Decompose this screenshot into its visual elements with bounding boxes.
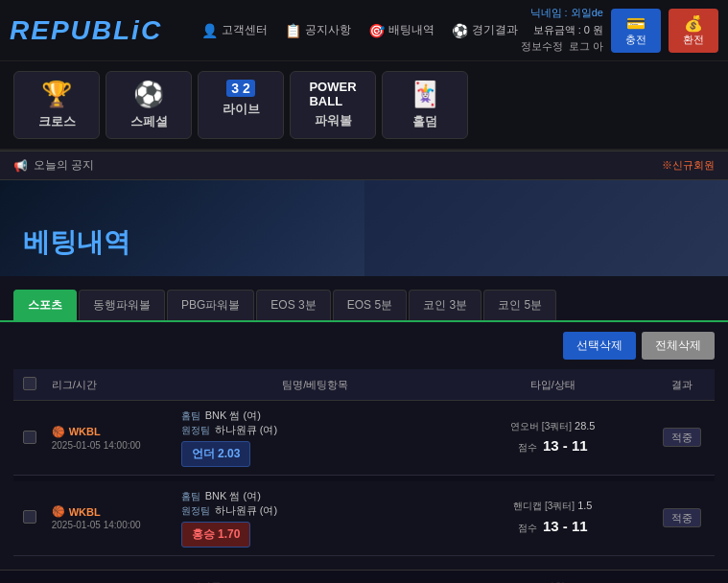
- row2-type-value: 1.5: [577, 500, 592, 511]
- nav-results[interactable]: ⚽ 경기결과: [452, 22, 518, 38]
- logo: REPUBLiC: [10, 15, 182, 46]
- row2-league-cell: 🏀 WKBL 2025-01-05 14:00:00: [46, 481, 176, 556]
- holdem-label: 홀덤: [412, 113, 437, 130]
- row2-score-label: 점수: [518, 523, 537, 533]
- row2-home-label: 홈팀: [181, 491, 200, 501]
- exchange-label: 환전: [683, 33, 704, 47]
- sport-live[interactable]: 3 2 라이브: [198, 71, 284, 139]
- tab-eos5[interactable]: EOS 5분: [333, 290, 407, 320]
- powerball-label: 파워볼: [315, 112, 352, 129]
- notice-text: 오늘의 공지: [34, 157, 94, 174]
- info-modify-link[interactable]: 정보수정: [521, 38, 563, 56]
- notice-speaker-icon: 📢: [13, 159, 28, 173]
- row2-league-name: WKBL: [69, 506, 101, 518]
- basketball2-icon: 🏀: [52, 505, 65, 518]
- nav-betting[interactable]: 🎯 배팅내역: [368, 22, 434, 38]
- row2-checkbox-cell: [13, 481, 46, 556]
- balance-info: 보유금액 : 0 원: [521, 22, 603, 39]
- row1-league-name: WKBL: [69, 426, 101, 437]
- row2-score: 13 - 11: [543, 518, 588, 534]
- header-actions: 💳 충전 💰 환전: [611, 9, 718, 53]
- tabs-section: 스포츠 동행파워볼 PBG파워볼 EOS 3분 EOS 5분 코인 3분 코인 …: [0, 276, 728, 320]
- nav-links: 👤 고객센터 📋 공지사항 🎯 배팅내역 ⚽ 경기결과: [201, 22, 521, 38]
- row2-result-cell: 적중: [650, 481, 716, 556]
- row2-checkbox[interactable]: [23, 510, 36, 524]
- row1-checkbox-cell: [13, 401, 46, 476]
- row2-away-team: 하나원큐 (여): [215, 504, 277, 516]
- row2-result: 적중: [663, 508, 701, 527]
- sport-nav: 🏆 크로스 ⚽ 스페셜 3 2 라이브 POWERBALL 파워볼 🃏 홀덤: [0, 61, 728, 151]
- notice-right-text: ※신규회원: [662, 158, 715, 173]
- nav-notice[interactable]: 📋 공지사항: [285, 22, 351, 38]
- exchange-icon: 💰: [684, 14, 703, 33]
- cross-icon: 🏆: [41, 80, 72, 109]
- customer-icon: 👤: [201, 23, 218, 38]
- bet-table: 리그/시간 팀명/베팅항목 타입/상태 결과 🏀 WKBL: [13, 369, 715, 556]
- tab-sports[interactable]: 스포츠: [13, 290, 77, 320]
- row1-score-label: 점수: [518, 442, 537, 453]
- table-row: 🏀 WKBL 2025-01-05 14:00:00 홈팀 BNK 썸 (여) …: [13, 401, 715, 476]
- row2-away-label: 원정팀: [181, 505, 210, 516]
- sport-holdem[interactable]: 🃏 홀덤: [382, 71, 468, 139]
- tab-pbg-powerball[interactable]: PBG파워볼: [167, 290, 254, 320]
- summary-win-amount: 당첨금 1,380,000원: [544, 580, 715, 584]
- row1-pick-label: 언더: [192, 447, 215, 460]
- nav-customer[interactable]: 👤 고객센터: [201, 22, 268, 38]
- exchange-button[interactable]: 💰 환전: [669, 9, 718, 53]
- row1-pick-odds: 2.03: [218, 447, 240, 460]
- row1-status-cell: 연오버 [3쿼터] 28.5 점수 13 - 11: [456, 401, 649, 476]
- col-result: 결과: [650, 369, 716, 401]
- win-amount-label: 당첨금: [544, 580, 715, 584]
- holdem-icon: 🃏: [410, 80, 440, 109]
- sport-powerball[interactable]: POWERBALL 파워볼: [290, 71, 376, 139]
- row2-pick-odds: 1.70: [218, 527, 240, 541]
- row1-date: 2025-01-05 14:00:00: [52, 440, 170, 451]
- sport-cross[interactable]: 🏆 크로스: [13, 71, 100, 139]
- logout-link[interactable]: 로그 아: [569, 38, 603, 56]
- notice-icon: 📋: [285, 23, 301, 38]
- notice-bar: 📢 오늘의 공지 ※신규회원: [0, 151, 728, 180]
- logo-text: REPUBLiC: [10, 15, 162, 45]
- live-badge: 3 2: [226, 80, 254, 97]
- nav-betting-label: 배팅내역: [388, 22, 434, 38]
- tab-dong-powerball[interactable]: 동행파워볼: [79, 290, 165, 320]
- live-label: 라이브: [223, 101, 260, 118]
- row1-score: 13 - 11: [543, 437, 588, 454]
- notice-left: 📢 오늘의 공지: [13, 157, 94, 174]
- results-icon: ⚽: [452, 23, 468, 38]
- col-type: 타입/상태: [456, 369, 649, 401]
- charge-label: 충전: [625, 33, 646, 47]
- row1-home-team: BNK 썸 (여): [205, 409, 261, 421]
- row1-result-cell: 적중: [650, 401, 716, 476]
- row2-team-cell: 홈팀 BNK 썸 (여) 원정팀 하나원큐 (여) 홍승 1.70: [176, 481, 456, 556]
- username-value: 외일de: [571, 7, 603, 18]
- row1-type-value: 28.5: [575, 420, 595, 431]
- tab-eos3[interactable]: EOS 3분: [256, 290, 330, 320]
- sport-special[interactable]: ⚽ 스페셜: [106, 71, 192, 139]
- row1-home-label: 홈팀: [181, 410, 200, 421]
- header: REPUBLiC 👤 고객센터 📋 공지사항 🎯 배팅내역 ⚽ 경기결과 닉네임…: [0, 0, 728, 61]
- header-checkbox[interactable]: [23, 377, 36, 390]
- row2-pick: 홍승 1.70: [181, 522, 251, 548]
- username-label: 닉네임 :: [530, 7, 568, 18]
- select-delete-button[interactable]: 선택삭제: [563, 332, 636, 360]
- user-info: 닉네임 : 외일de 보유금액 : 0 원 정보수정 로그 아: [521, 5, 603, 56]
- nav-notice-label: 공지사항: [305, 22, 351, 38]
- row1-result: 적중: [663, 428, 701, 447]
- tab-coin3[interactable]: 코인 3분: [409, 290, 481, 320]
- col-league: 리그/시간: [46, 369, 176, 401]
- row2-status-cell: 핸디캡 [3쿼터] 1.5 점수 13 - 11: [456, 481, 649, 556]
- tab-coin5[interactable]: 코인 5분: [483, 290, 556, 320]
- row1-team-cell: 홈팀 BNK 썸 (여) 원정팀 하나원큐 (여) 언더 2.03: [176, 401, 456, 476]
- charge-icon: 💳: [626, 14, 646, 33]
- row2-type-label: 핸디캡 [3쿼터]: [513, 501, 575, 511]
- hero-banner: 베팅내역: [0, 180, 728, 276]
- all-delete-button[interactable]: 전체삭제: [642, 332, 715, 360]
- row1-type-label: 연오버 [3쿼터]: [510, 421, 572, 431]
- row2-date: 2025-01-05 14:00:00: [52, 520, 170, 530]
- row1-away-team: 하나원큐 (여): [215, 424, 277, 435]
- row1-checkbox[interactable]: [23, 431, 36, 444]
- row2-pick-label: 홍승: [192, 527, 215, 541]
- row2-home-team: BNK 썸 (여): [205, 490, 261, 501]
- charge-button[interactable]: 💳 충전: [611, 9, 661, 53]
